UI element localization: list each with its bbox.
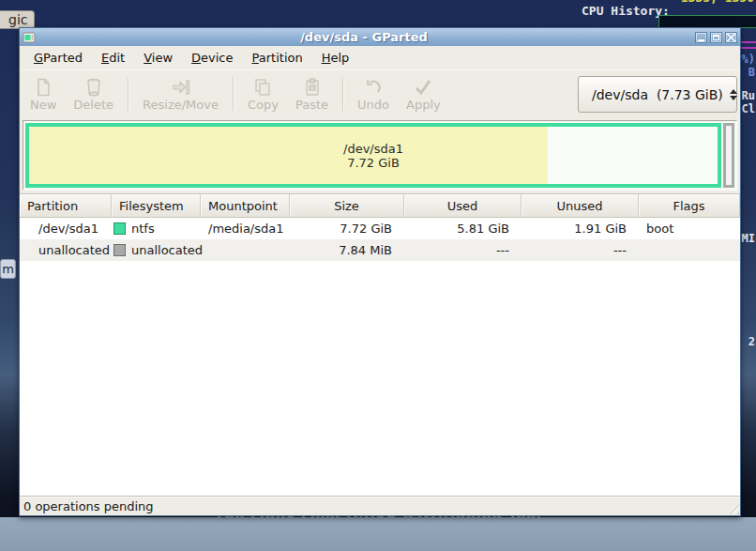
new-partition-icon bbox=[33, 77, 53, 98]
partition-map-frame: /dev/sda1 7.72 GiB bbox=[23, 120, 737, 191]
partition-name: /dev/sda1 bbox=[343, 142, 403, 156]
cell-mountpoint: /media/sda1 bbox=[201, 218, 290, 239]
terminal-text-fragment: Ru bbox=[742, 89, 755, 102]
cell-partition: /dev/sda1 bbox=[20, 218, 112, 239]
terminal-text-fragment: Cl bbox=[742, 102, 755, 115]
arrow-up-icon bbox=[730, 89, 737, 94]
cell-used: 5.81 GiB bbox=[404, 218, 522, 239]
terminal-text-fragment: MI bbox=[742, 232, 755, 245]
menu-help[interactable]: Help bbox=[313, 48, 358, 68]
paste-icon bbox=[302, 77, 323, 98]
toolbar-label: Paste bbox=[295, 98, 328, 112]
cell-unused: --- bbox=[522, 239, 639, 261]
cell-size: 7.84 MiB bbox=[290, 239, 404, 261]
menu-partition[interactable]: Partition bbox=[244, 48, 311, 68]
partition-size: 7.72 GiB bbox=[347, 156, 400, 170]
terminal-text-fragment: 2 bbox=[748, 335, 755, 348]
table-empty-area bbox=[20, 261, 740, 497]
column-header-mountpoint[interactable]: Mountpoint bbox=[201, 194, 290, 217]
column-header-flags[interactable]: Flags bbox=[639, 194, 740, 217]
partition-box-label: /dev/sda1 7.72 GiB bbox=[29, 127, 718, 184]
paste-button[interactable]: Paste bbox=[287, 72, 337, 115]
menu-edit[interactable]: Edit bbox=[93, 48, 133, 68]
menu-gparted[interactable]: GParted bbox=[25, 48, 91, 68]
unallocated-color-swatch bbox=[113, 244, 126, 256]
toolbar-label: Resize/Move bbox=[143, 98, 219, 112]
cell-unused: 1.91 GiB bbox=[522, 218, 639, 239]
cell-filesystem: unallocated bbox=[112, 239, 201, 261]
maximize-icon[interactable] bbox=[710, 32, 722, 43]
resize-move-icon bbox=[171, 77, 191, 98]
resize-grip[interactable] bbox=[724, 499, 739, 514]
cell-flags bbox=[639, 239, 740, 261]
apply-icon bbox=[413, 77, 433, 98]
cell-used: --- bbox=[404, 239, 522, 261]
undo-button[interactable]: Undo bbox=[349, 72, 398, 115]
toolbar-separator bbox=[128, 77, 129, 111]
background-window-tab[interactable]: gic bbox=[0, 10, 35, 29]
toolbar-separator bbox=[233, 77, 234, 111]
toolbar: New Delete Resize/Move Copy bbox=[20, 69, 740, 117]
copy-icon bbox=[252, 77, 273, 98]
minimize-icon[interactable] bbox=[695, 32, 707, 43]
gparted-window: /dev/sda - GParted GParted Edit View Dev… bbox=[19, 27, 741, 516]
cpu-history-graph bbox=[658, 15, 756, 28]
desktop-bottom-strip bbox=[0, 517, 756, 551]
partition-box-sda1[interactable]: /dev/sda1 7.72 GiB bbox=[25, 123, 721, 188]
background-window-edge bbox=[741, 41, 756, 43]
cell-partition: unallocated bbox=[20, 239, 112, 261]
delete-partition-icon bbox=[83, 77, 104, 98]
gparted-app-icon bbox=[23, 31, 36, 44]
background-window-edge bbox=[741, 47, 756, 49]
apply-button[interactable]: Apply bbox=[398, 72, 449, 115]
device-selector-value: /dev/sda (7.73 GiB) bbox=[592, 87, 723, 102]
menu-view[interactable]: View bbox=[135, 48, 181, 68]
background-icon-fragment[interactable]: m bbox=[0, 259, 16, 279]
titlebar[interactable]: /dev/sda - GParted bbox=[20, 28, 740, 46]
column-header-partition[interactable]: Partition bbox=[20, 194, 112, 217]
new-button[interactable]: New bbox=[22, 72, 65, 115]
partition-box-unallocated[interactable] bbox=[723, 123, 734, 188]
cell-size: 7.72 GiB bbox=[290, 218, 404, 239]
cpu-history-label: CPU History: bbox=[582, 4, 670, 18]
cell-flags: boot bbox=[639, 218, 740, 239]
delete-button[interactable]: Delete bbox=[65, 72, 122, 115]
terminal-text-fragment: B bbox=[748, 66, 755, 79]
toolbar-label: New bbox=[30, 98, 56, 112]
close-icon[interactable] bbox=[725, 32, 737, 43]
column-header-unused[interactable]: Unused bbox=[522, 194, 639, 217]
device-selector[interactable]: /dev/sda (7.73 GiB) bbox=[578, 76, 737, 113]
statusbar: 0 operations pending bbox=[20, 497, 740, 515]
toolbar-label: Copy bbox=[248, 98, 279, 112]
toolbar-label: Delete bbox=[73, 98, 113, 112]
toolbar-label: Apply bbox=[406, 98, 441, 112]
operations-pending-text: 0 operations pending bbox=[23, 499, 154, 513]
menubar: GParted Edit View Device Partition Help bbox=[20, 46, 740, 69]
desktop: 1335, 1350 CPU History: gic m %) B Ru Cl… bbox=[0, 0, 756, 551]
spinner-arrows-icon bbox=[730, 89, 737, 100]
undo-icon bbox=[363, 77, 384, 98]
terminal-text-fragment: %) bbox=[742, 53, 755, 66]
resize-move-button[interactable]: Resize/Move bbox=[134, 72, 227, 115]
menu-device[interactable]: Device bbox=[183, 48, 241, 68]
toolbar-label: Undo bbox=[357, 98, 389, 112]
ntfs-color-swatch bbox=[113, 222, 126, 235]
filesystem-label: unallocated bbox=[131, 243, 203, 257]
copy-button[interactable]: Copy bbox=[239, 72, 287, 115]
toolbar-separator bbox=[342, 77, 343, 111]
cell-mountpoint bbox=[201, 239, 290, 261]
arrow-down-icon bbox=[730, 96, 737, 100]
column-header-size[interactable]: Size bbox=[290, 194, 404, 217]
cell-filesystem: ntfs bbox=[112, 218, 201, 239]
column-header-filesystem[interactable]: Filesystem bbox=[112, 194, 201, 217]
table-header: Partition Filesystem Mountpoint Size Use… bbox=[20, 193, 740, 218]
filesystem-label: ntfs bbox=[131, 222, 155, 236]
column-header-used[interactable]: Used bbox=[404, 194, 522, 217]
table-row-unallocated[interactable]: unallocated unallocated 7.84 MiB --- --- bbox=[20, 239, 740, 261]
partition-map-panel: /dev/sda1 7.72 GiB bbox=[20, 117, 740, 193]
window-title: /dev/sda - GParted bbox=[36, 30, 692, 44]
table-row-sda1[interactable]: /dev/sda1 ntfs /media/sda1 7.72 GiB 5.81… bbox=[20, 218, 740, 239]
